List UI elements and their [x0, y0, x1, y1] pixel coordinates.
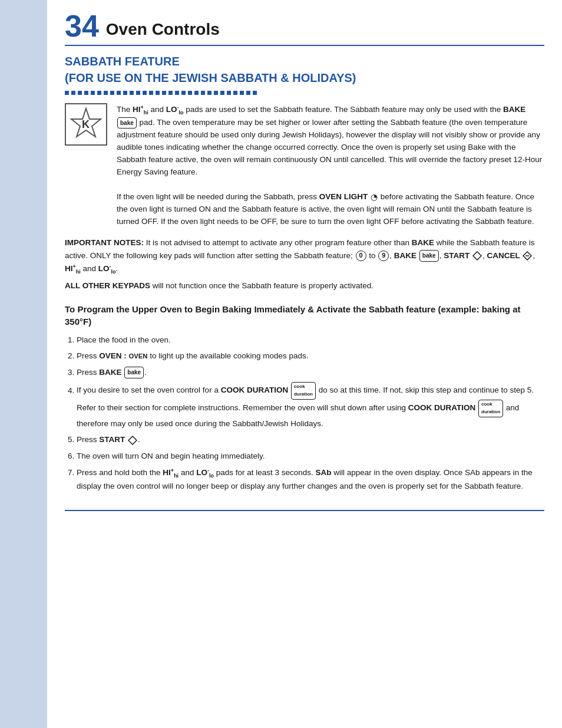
page: 34 Oven Controls SABBATH FEATURE (FOR US… [0, 0, 562, 728]
section-heading-2: (FOR USE ON THE JEWISH SABBATH & HOLIDAY… [65, 71, 544, 85]
bottom-border [65, 510, 544, 511]
start-icon [472, 251, 482, 261]
important-notes-p2: ALL OTHER KEYPADS will not function once… [65, 279, 544, 292]
cancel-icon [523, 251, 532, 261]
step-3: Press BAKE bake. [77, 366, 544, 379]
intro-block: K The HI+hi and LO-lo pads are used to s… [65, 103, 544, 228]
dot-divider [65, 91, 544, 95]
section-heading-1: SABBATH FEATURE [65, 54, 544, 68]
step-1: Place the food in the oven. [77, 334, 544, 347]
cook-duration-icon-step4: cookduration [291, 382, 316, 400]
bake-icon-step3: bake [124, 367, 144, 378]
k-star-svg: K [68, 106, 104, 143]
start-icon-step5 [128, 436, 137, 445]
oven-light-icon: ◔ [371, 191, 378, 204]
intro-paragraph-2: If the oven light will be needed during … [117, 191, 544, 229]
step-5: Press START . [77, 433, 544, 446]
svg-text:K: K [82, 118, 90, 130]
chapter-header: 34 Oven Controls [65, 0, 544, 46]
chapter-number: 34 [65, 11, 99, 41]
sidebar [0, 0, 47, 728]
bake-icon-2: bake [419, 250, 439, 262]
step-2: Press OVEN : OVEN to light up the availa… [77, 350, 544, 363]
intro-paragraph-1: The HI+hi and LO-lo pads are used to set… [117, 103, 544, 179]
nine-icon: 9 [378, 251, 389, 261]
chapter-title: Oven Controls [106, 21, 220, 41]
cook-duration-icon-step4b: cookduration [478, 400, 503, 417]
main-content: 34 Oven Controls SABBATH FEATURE (FOR US… [47, 0, 562, 728]
important-notes-block: IMPORTANT NOTES: It is not advised to at… [65, 236, 544, 292]
important-notes-p1: IMPORTANT NOTES: It is not advised to at… [65, 236, 544, 276]
bake-icon-inline: bake [117, 117, 137, 129]
steps-list: Place the food in the oven. Press OVEN :… [77, 334, 544, 493]
svg-marker-2 [473, 252, 481, 260]
step-4: If you desire to set the oven control fo… [77, 382, 544, 430]
sub-heading: To Program the Upper Oven to Begin Bakin… [65, 303, 544, 328]
step-7: Press and hold both the HI+hi and LO-lo … [77, 466, 544, 492]
step-6: The oven will turn ON and begin heating … [77, 450, 544, 463]
zero-icon: 0 [356, 251, 366, 261]
svg-marker-5 [128, 436, 137, 444]
intro-text: The HI+hi and LO-lo pads are used to set… [117, 103, 544, 228]
k-star-icon: K [65, 103, 107, 146]
